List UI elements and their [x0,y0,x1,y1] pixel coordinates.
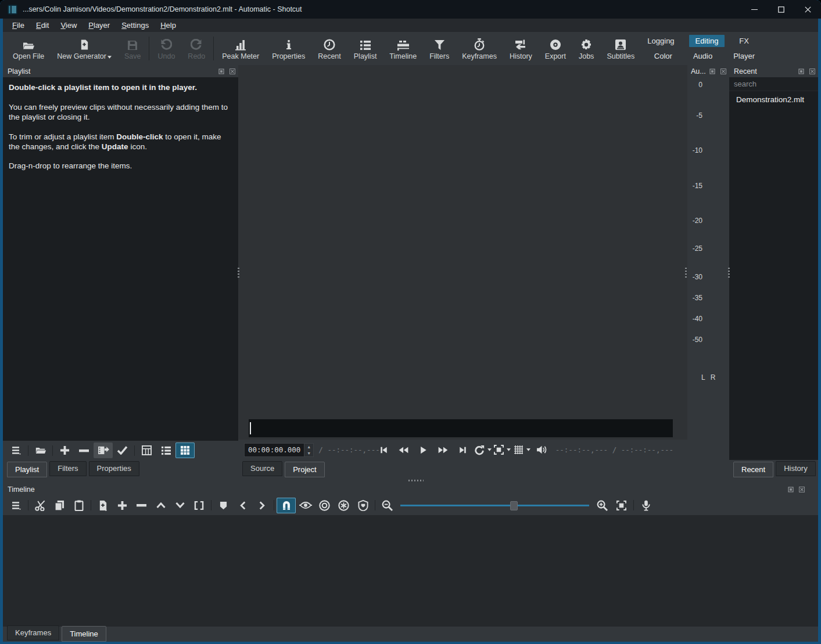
menu-file[interactable]: File [6,20,30,31]
toolbar-button-open-file[interactable]: Open File [6,32,51,65]
spin-down-icon[interactable]: ▼ [304,450,313,456]
horizontal-splitter[interactable] [3,477,818,483]
seek-bar[interactable] [249,419,673,437]
close-icon[interactable] [798,485,805,493]
window-border-bottom [0,642,821,644]
splitter-handle-right[interactable] [728,268,730,278]
list-view-button[interactable] [156,442,175,458]
tab-source[interactable]: Source [242,461,282,476]
zoom-timeline-out-button[interactable] [378,498,397,513]
layout-toggle-logging[interactable]: Logging [641,35,680,47]
zoom-slider-handle[interactable] [510,501,518,510]
detail-view-button[interactable] [137,442,156,458]
menu-settings[interactable]: Settings [116,20,155,31]
tab-properties[interactable]: Properties [89,461,139,476]
tab-keyframes[interactable]: Keyframes [7,625,59,641]
toolbar-button-subtitles[interactable]: Subtitles [600,32,641,65]
tab-playlist[interactable]: Playlist [7,462,47,477]
tab-filters[interactable]: Filters [49,461,86,476]
fast-forward-button[interactable] [435,442,452,458]
ripple-delete-button[interactable] [132,498,151,513]
record-audio-button[interactable] [636,498,655,513]
skip-next-button[interactable] [454,442,472,458]
remove-button[interactable] [74,442,94,458]
marker-button[interactable] [214,498,233,513]
toolbar-button-timeline[interactable]: Timeline [383,32,423,65]
accept-button[interactable] [113,442,132,458]
maximize-button[interactable] [768,0,794,19]
splitter-handle-mid[interactable] [685,268,687,278]
open-button[interactable] [31,442,50,458]
player-grid-button[interactable] [514,442,531,458]
close-icon[interactable] [719,67,727,75]
menu-player[interactable]: Player [83,20,116,31]
playlist-menu-button[interactable] [6,442,26,458]
toolbar-button-jobs[interactable]: Jobs [572,32,600,65]
append-button[interactable] [113,498,132,513]
rewind-button[interactable] [395,442,413,458]
toolbar-button-playlist[interactable]: Playlist [347,32,383,65]
toolbar-button-history[interactable]: History [503,32,539,65]
float-icon[interactable] [797,67,805,75]
menu-edit[interactable]: Edit [30,20,55,31]
close-button[interactable] [794,0,821,19]
volume-button[interactable] [533,442,551,458]
search-input[interactable] [733,79,815,89]
toolbar-button-properties[interactable]: Properties [266,32,311,65]
timeline-zoom-slider[interactable] [400,501,589,510]
layout-toggle-color[interactable]: Color [648,50,679,62]
ripple-all-tracks-button[interactable] [334,498,353,513]
float-icon[interactable] [217,67,225,75]
float-icon[interactable] [708,67,716,75]
paste-button[interactable] [69,498,88,513]
play-button[interactable] [415,442,432,458]
close-icon[interactable] [808,67,816,75]
skip-previous-button[interactable] [375,442,393,458]
loop-button[interactable] [474,442,492,458]
toolbar-button-export[interactable]: Export [539,32,572,65]
snap-button[interactable] [277,498,296,513]
timeline-menu-button[interactable] [6,498,26,513]
update-button[interactable] [94,442,113,458]
zoom-timeline-in-button[interactable] [593,498,612,513]
toolbar-button-recent[interactable]: Recent [311,32,347,65]
ripple-markers-button[interactable] [353,498,372,513]
layout-toggle-audio[interactable]: Audio [687,50,719,62]
cut-button[interactable] [31,498,50,513]
toolbar-button-peak-meter[interactable]: Peak Meter [216,32,266,65]
next-marker-button[interactable] [252,498,271,513]
minimize-button[interactable] [741,0,768,19]
overwrite-button[interactable] [170,498,189,513]
layout-toggle-editing[interactable]: Editing [689,35,725,47]
layout-toggle-player[interactable]: Player [727,50,761,62]
recent-file-item[interactable]: Demonstration2.mlt [736,93,818,106]
splitter-handle-left[interactable] [238,268,239,278]
timecode-spinbox[interactable]: 00:00:00.000 ▲ ▼ [244,443,314,457]
tab-timeline[interactable]: Timeline [62,626,106,642]
float-icon[interactable] [787,485,794,493]
lift-button[interactable] [151,498,170,513]
grid-view-button[interactable] [175,442,195,458]
scrub-while-dragging-button[interactable] [296,498,315,513]
menu-view[interactable]: View [55,20,83,31]
spin-up-icon[interactable]: ▲ [304,444,313,450]
copy-button[interactable] [50,498,69,513]
add-button[interactable] [55,442,74,458]
previous-marker-button[interactable] [233,498,252,513]
ripple-button[interactable] [315,498,334,513]
player-zoom-fit-button[interactable] [494,442,511,458]
menu-help[interactable]: Help [155,20,182,31]
tab-project[interactable]: Project [285,462,324,477]
close-icon[interactable] [228,67,236,75]
toolbar-button-filters[interactable]: Filters [423,32,456,65]
tab-history[interactable]: History [776,461,815,476]
layout-toggle-fx[interactable]: FX [733,35,755,47]
add-files-button[interactable] [94,498,113,513]
toolbar-button-keyframes[interactable]: Keyframes [456,32,503,65]
toolbar-button-new-generator[interactable]: New Generator [51,32,118,65]
split-button[interactable] [189,498,209,513]
zoom-timeline-fit-button[interactable] [612,498,631,513]
zoom-slider-track[interactable] [400,505,589,506]
timeline-tracks-area[interactable] [3,515,818,627]
tab-recent[interactable]: Recent [733,462,773,477]
